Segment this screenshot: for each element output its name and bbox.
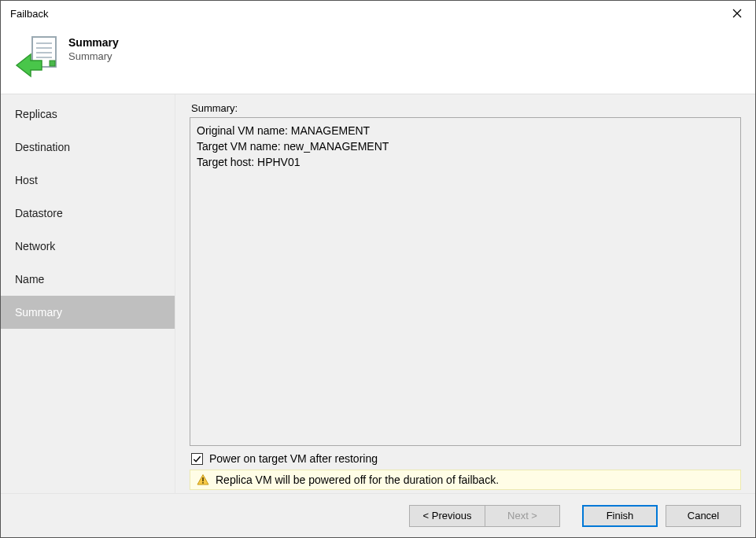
sidebar-item-label: Network	[15, 240, 55, 252]
sidebar-item-label: Name	[15, 273, 44, 286]
button-label: < Previous	[423, 510, 472, 521]
wizard-steps-sidebar: Replicas Destination Host Datastore Netw…	[1, 94, 175, 493]
previous-button[interactable]: < Previous	[409, 505, 485, 527]
wizard-body: Replicas Destination Host Datastore Netw…	[1, 94, 755, 493]
sidebar-item-label: Replicas	[15, 108, 57, 120]
button-label: Finish	[607, 510, 634, 521]
page-title: Summary	[68, 35, 119, 50]
wizard-main: Summary: Original VM name: MANAGEMENT Ta…	[175, 94, 755, 493]
next-button: Next >	[485, 505, 560, 527]
sidebar-item-host[interactable]: Host	[1, 164, 175, 197]
sidebar-item-label: Datastore	[15, 207, 63, 219]
sidebar-item-destination[interactable]: Destination	[1, 131, 175, 164]
wizard-footer: < Previous Next > Finish Cancel	[1, 493, 755, 537]
page-subtitle: Summary	[68, 50, 119, 64]
sidebar-item-label: Host	[15, 174, 38, 186]
close-button[interactable]	[719, 1, 755, 26]
sidebar-item-datastore[interactable]: Datastore	[1, 197, 175, 230]
summary-label: Summary:	[191, 102, 741, 114]
summary-line: Original VM name: MANAGEMENT	[197, 123, 734, 138]
sidebar-item-label: Summary	[15, 306, 62, 319]
summary-line: Target VM name: new_MANAGEMENT	[197, 138, 734, 154]
svg-rect-11	[202, 482, 204, 484]
cancel-button[interactable]: Cancel	[666, 505, 741, 527]
button-label: Cancel	[688, 510, 719, 521]
checkmark-icon	[193, 455, 201, 463]
wizard-headings: Summary Summary	[68, 34, 119, 64]
failback-wizard-window: Failback	[0, 0, 756, 538]
svg-rect-7	[50, 61, 55, 66]
svg-rect-10	[202, 477, 204, 481]
sidebar-item-name[interactable]: Name	[1, 263, 175, 296]
finish-button[interactable]: Finish	[582, 505, 658, 527]
wizard-header: Summary Summary	[1, 26, 755, 94]
sidebar-item-summary[interactable]: Summary	[1, 296, 175, 329]
failback-icon	[15, 34, 61, 79]
titlebar: Failback	[1, 1, 755, 26]
button-label: Next >	[507, 510, 537, 521]
summary-line: Target host: HPHV01	[197, 154, 734, 170]
warning-icon	[197, 474, 209, 486]
power-on-checkbox-label: Power on target VM after restoring	[209, 452, 378, 465]
sidebar-item-label: Destination	[15, 141, 70, 153]
warning-text: Replica VM will be powered off for the d…	[216, 474, 499, 486]
power-on-checkbox[interactable]	[191, 453, 203, 465]
sidebar-item-replicas[interactable]: Replicas	[1, 98, 175, 131]
summary-textbox: Original VM name: MANAGEMENT Target VM n…	[190, 117, 741, 446]
warning-bar: Replica VM will be powered off for the d…	[190, 470, 741, 490]
window-title: Failback	[10, 8, 48, 20]
close-icon	[732, 9, 742, 18]
power-on-checkbox-row[interactable]: Power on target VM after restoring	[191, 452, 741, 465]
sidebar-item-network[interactable]: Network	[1, 230, 175, 263]
